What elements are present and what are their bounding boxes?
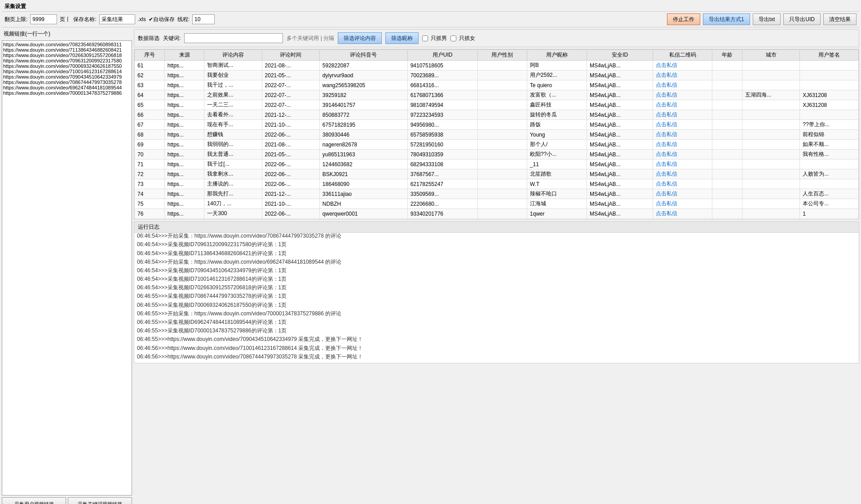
log-line: 06:46:55>>>采集视频ID7086744479973035278的评论第… xyxy=(137,292,856,301)
table-cell: 850883772 xyxy=(319,110,407,120)
table-cell: https... xyxy=(164,120,204,130)
table-cell[interactable]: 点击私信 xyxy=(653,110,712,120)
table-cell: xiangganghon83 xyxy=(319,219,407,220)
log-content[interactable]: 06:46:54>>>开始采集：https://www.douyin.com/v… xyxy=(134,233,859,363)
table-cell: 北笙踏歌 xyxy=(527,169,587,179)
table-cell: MS4wLjAB... xyxy=(587,120,653,130)
table-cell xyxy=(742,150,800,159)
page-limit-input[interactable] xyxy=(30,14,57,24)
table-row[interactable]: 64https...之前效果...2022-07-...392591826176… xyxy=(135,90,859,100)
clear-button[interactable]: 清空结果 xyxy=(823,13,857,25)
table-row[interactable]: 66https...去看看外...2021-12-...850883772972… xyxy=(135,110,859,120)
table-cell xyxy=(742,71,800,80)
table-row[interactable]: 65https...一天二三...2022-07-...391464017579… xyxy=(135,100,859,110)
thread-input[interactable] xyxy=(192,14,215,24)
save-name-input[interactable] xyxy=(99,14,135,24)
content-area: 视频链接(一行一个) 采集用户视频链接 采集关键词视频链接 数据筛选 关键词: … xyxy=(2,29,859,504)
table-cell[interactable]: 点击私信 xyxy=(653,71,712,80)
table-cell[interactable]: 点击私信 xyxy=(653,189,712,199)
video-links-input[interactable] xyxy=(2,40,132,495)
only-female-label[interactable]: 只抓女 xyxy=(450,35,475,42)
export-uid-button[interactable]: 只导出UID xyxy=(783,13,821,25)
table-row[interactable]: 73https...主播说的...2022-06-...186468090621… xyxy=(135,179,859,189)
table-row[interactable]: 68https...想赚钱2022-06-...3809304466575859… xyxy=(135,130,859,140)
filter-comment-button[interactable]: 筛选评论内容 xyxy=(338,32,382,44)
only-male-checkbox[interactable] xyxy=(422,35,428,41)
table-cell: wang2565398205 xyxy=(319,80,407,90)
table-header-cell: 用户昵称 xyxy=(527,50,587,61)
table-cell[interactable]: 点击私信 xyxy=(653,80,712,90)
filter-nickname-button[interactable]: 筛选昵称 xyxy=(385,32,419,44)
table-cell: NDBZH xyxy=(319,199,407,209)
table-cell: 2022-06-... xyxy=(262,209,319,219)
table-cell[interactable]: 点击私信 xyxy=(653,140,712,150)
table-row[interactable]: 74https...那我先打...2021-12-...336111ajiao3… xyxy=(135,189,859,199)
table-cell: 我有性格... xyxy=(800,150,859,159)
table-container[interactable]: 序号来源评论内容评论时间评论抖音号用户UID用户性别用户昵称安全ID私信二维码年… xyxy=(134,49,859,220)
table-row[interactable]: 76https...一天3002022-06-...qwerqwer000193… xyxy=(135,209,859,219)
export-txt-button[interactable]: 导出txt xyxy=(753,13,781,25)
table-cell: 2021-10-... xyxy=(262,120,319,130)
table-cell: 一天二三... xyxy=(204,100,262,110)
table-cell[interactable]: 点击私信 xyxy=(653,100,712,110)
collect-user-videos-button[interactable]: 采集用户视频链接 xyxy=(2,497,66,504)
table-cell: qwerqwer0001 xyxy=(319,209,407,219)
table-cell[interactable]: 点击私信 xyxy=(653,169,712,179)
table-cell xyxy=(742,120,800,130)
table-cell: 98108749594 xyxy=(407,100,477,110)
stop-button[interactable]: 停止工作 xyxy=(667,13,700,25)
table-header-cell: 年龄 xyxy=(712,50,742,61)
auto-save-label[interactable]: ✔自动保存 xyxy=(149,16,175,23)
table-row[interactable]: 72https...我拿剩水...2022-06-...BSKJ09213768… xyxy=(135,169,859,179)
only-female-checkbox[interactable] xyxy=(450,35,456,41)
export1-button[interactable]: 导出结果方式1 xyxy=(703,13,750,25)
table-cell: 2022-07-... xyxy=(262,90,319,100)
table-cell xyxy=(477,199,527,209)
table-cell[interactable]: 点击私信 xyxy=(653,209,712,219)
table-cell xyxy=(477,159,527,169)
table-cell[interactable]: 点击私信 xyxy=(653,120,712,130)
table-row[interactable]: 67https...现在有手...2021-10-...675718281959… xyxy=(135,120,859,130)
table-cell[interactable]: 点击私信 xyxy=(653,90,712,100)
table-cell xyxy=(712,90,742,100)
table-cell xyxy=(477,71,527,80)
table-cell[interactable]: 点击私信 xyxy=(653,199,712,209)
table-cell[interactable]: 点击私信 xyxy=(653,179,712,189)
table-cell: MS4wLjAB... xyxy=(587,189,653,199)
keyword-input[interactable] xyxy=(184,33,283,43)
table-cell xyxy=(742,100,800,110)
table-cell[interactable]: 点击私信 xyxy=(653,150,712,159)
table-cell[interactable]: 点击私信 xyxy=(653,130,712,140)
table-row[interactable]: 62https...我要创业2021-05-...dyiyrvur9aod700… xyxy=(135,71,859,80)
table-cell[interactable]: 点击私信 xyxy=(653,159,712,169)
table-row[interactable]: 75https...140刀，...2021-10-...NDBZH222066… xyxy=(135,199,859,209)
only-male-label[interactable]: 只抓男 xyxy=(422,35,447,42)
table-cell xyxy=(477,209,527,219)
table-row[interactable]: 71https...我干过[...2022-06-...124460368268… xyxy=(135,159,859,169)
table-cell: 用户2592... xyxy=(527,71,587,80)
table-cell: 那我先打... xyxy=(204,189,262,199)
table-row[interactable]: 61https...智商测试...2021-08-...592822087941… xyxy=(135,61,859,71)
table-cell xyxy=(712,80,742,90)
table-cell: 72 xyxy=(135,169,165,179)
table-row[interactable]: 77https...我在鞋厂...2021-05-...xiangganghon… xyxy=(135,219,859,220)
collect-keyword-videos-button[interactable]: 采集关键词视频链接 xyxy=(68,497,132,504)
table-cell xyxy=(742,209,800,219)
table-cell[interactable]: 点击私信 xyxy=(653,61,712,71)
table-cell: 1qwer xyxy=(527,209,587,219)
table-row[interactable]: 63https...我干过，...2022-07-...wang25653982… xyxy=(135,80,859,90)
table-row[interactable]: 69https...我弱弱的...2021-08-...nageren82678… xyxy=(135,140,859,150)
table-cell xyxy=(742,219,800,220)
table-cell: MS4wLjAB... xyxy=(587,219,653,220)
table-row[interactable]: 70https...我太普通...2021-05-...yu8651319637… xyxy=(135,150,859,159)
table-cell: 62 xyxy=(135,71,165,80)
table-cell: 智商测试... xyxy=(204,61,262,71)
table-cell[interactable]: 点击私信 xyxy=(653,219,712,220)
table-cell: MS4wLjAB... xyxy=(587,110,653,120)
table-cell xyxy=(742,140,800,150)
table-cell: nageren82678 xyxy=(319,140,407,150)
table-cell: 68 xyxy=(135,130,165,140)
table-cell: 94107518605 xyxy=(407,61,477,71)
table-cell: 旋转的冬瓜 xyxy=(527,110,587,120)
table-header-cell: 用户性别 xyxy=(477,50,527,61)
